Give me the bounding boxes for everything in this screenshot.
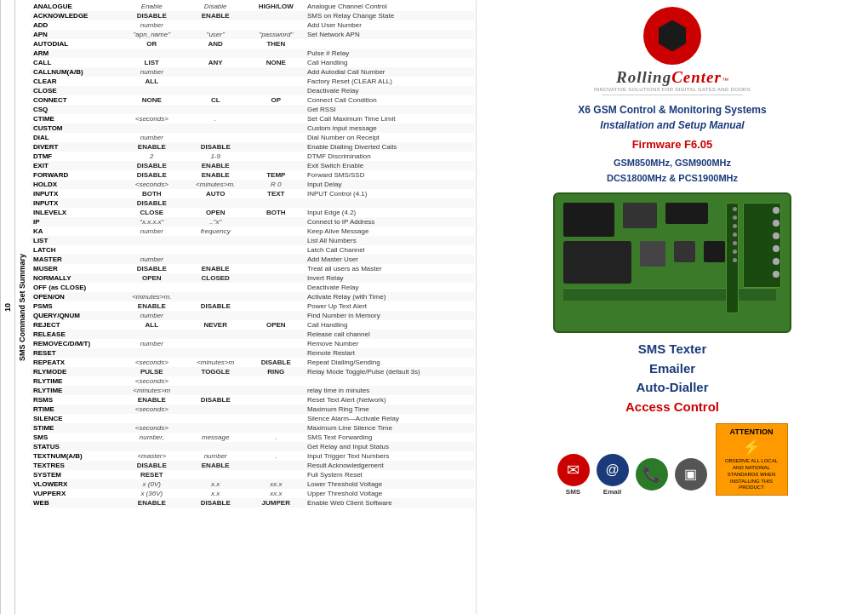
param2-cell: <minutes>m.	[184, 180, 248, 189]
right-panel: Rolling Center ™ INNOVATIVE SOLUTIONS FO…	[477, 0, 868, 614]
attention-body: OBSERVE ALL LOCAL AND NATIONAL STANDARDS…	[720, 458, 784, 491]
param1-cell: ALL	[120, 320, 184, 330]
param1-cell: number	[120, 133, 184, 142]
param2-cell: frequency	[184, 227, 248, 236]
desc-cell: Enable Dialling Diverted Calls	[305, 142, 474, 152]
param1-cell: ENABLE	[120, 395, 184, 405]
cmd-cell: REJECT	[31, 320, 120, 330]
param3-cell	[248, 86, 305, 95]
param2-cell	[184, 423, 248, 433]
table-row: TEXTNUM(A/B)<master>number.Input Trigger…	[31, 451, 474, 461]
bottom-row: ✉ SMS @ Email 📞 ▣ ATTENTION ⚡ OBSERVE	[482, 423, 863, 496]
cmd-cell: ACKNOWLEDGE	[31, 11, 120, 20]
cmd-cell: IP	[31, 217, 120, 227]
param3-cell	[248, 461, 305, 470]
desc-cell: Repeat Dialling/Sending	[305, 358, 474, 367]
param3-cell: THEN	[248, 39, 305, 49]
table-row: OPEN/ON<minutes>m.Activate Relay (with T…	[31, 292, 474, 301]
title-block: X6 GSM Control & Monitoring Systems Inst…	[578, 102, 766, 133]
cmd-cell: RELEASE	[31, 330, 120, 339]
table-row: DIVERTENABLEDISABLEEnable Dialling Diver…	[31, 142, 474, 152]
cmd-cell: CALL	[31, 58, 120, 67]
feature-autodialler: Auto-Dialler	[625, 378, 719, 398]
table-row: RESETRemote Restart	[31, 348, 474, 358]
param1-cell	[120, 283, 184, 292]
param3-cell	[248, 217, 305, 227]
param1-cell: DISABLE	[120, 161, 184, 170]
cmd-cell: WEB	[31, 498, 120, 508]
param2-cell	[184, 123, 248, 133]
desc-cell: Activate Relay (with Time)	[305, 292, 474, 301]
param2-cell	[184, 198, 248, 208]
param3-cell	[248, 273, 305, 283]
param1-cell	[120, 330, 184, 339]
param2-cell: CLOSED	[184, 273, 248, 283]
table-row: RLYTIME<minutes>mrelay time in minutes	[31, 386, 474, 395]
param3-cell	[248, 311, 305, 320]
param3-cell: TEMP	[248, 170, 305, 180]
cmd-cell: INLEVELX	[31, 208, 120, 217]
cmd-cell: INPUTX	[31, 198, 120, 208]
command-table: ANALOGUEEnableDisableHIGH/LOWAnalogue Ch…	[31, 2, 474, 508]
param3-cell	[248, 301, 305, 311]
freq-line1: GSM850MHz, GSM900MHz	[607, 156, 738, 171]
desc-cell: List All Numbers	[305, 236, 474, 245]
param2-cell	[184, 405, 248, 414]
param3-cell	[248, 348, 305, 358]
freq-line2: DCS1800MHz & PCS1900MHz	[607, 171, 738, 186]
param1-cell: <seconds>	[120, 376, 184, 386]
param1-cell: ENABLE	[120, 301, 184, 311]
param3-cell	[248, 114, 305, 123]
logo-rolling: Rolling	[616, 68, 671, 87]
param2-cell	[184, 470, 248, 479]
logo-divider	[602, 95, 743, 95]
param1-cell: <seconds>	[120, 405, 184, 414]
param3-cell	[248, 142, 305, 152]
icons-row: ✉ SMS @ Email 📞 ▣	[557, 454, 707, 496]
param3-cell: HIGH/LOW	[248, 2, 305, 11]
command-table-container: ANALOGUEEnableDisableHIGH/LOWAnalogue Ch…	[29, 0, 476, 614]
desc-cell: Full System Reset	[305, 470, 474, 479]
freq-block: GSM850MHz, GSM900MHz DCS1800MHz & PCS190…	[607, 156, 738, 186]
param1-cell: number	[120, 311, 184, 320]
cmd-cell: TEXTNUM(A/B)	[31, 451, 120, 461]
table-row: ANALOGUEEnableDisableHIGH/LOWAnalogue Ch…	[31, 2, 474, 11]
param3-cell	[248, 161, 305, 170]
desc-cell: Connect Call Condition	[305, 95, 474, 105]
phone-icon: 📞	[636, 458, 668, 491]
param1-cell: "apn_name"	[120, 30, 184, 39]
param2-cell	[184, 311, 248, 320]
param3-cell	[248, 236, 305, 245]
param2-cell	[184, 245, 248, 255]
param1-cell	[120, 236, 184, 245]
table-row: VLOWERXx (0V)x.xxx.xLower Threshold Volt…	[31, 479, 474, 489]
param1-cell: OPEN	[120, 273, 184, 283]
cmd-cell: STIME	[31, 423, 120, 433]
param1-cell: <seconds>	[120, 358, 184, 367]
param3-cell	[248, 77, 305, 86]
param1-cell: <minutes>m.	[120, 292, 184, 301]
logo-text: Rolling Center ™	[616, 68, 728, 87]
desc-cell: Factory Reset (CLEAR ALL)	[305, 77, 474, 86]
desc-cell: Invert Relay	[305, 273, 474, 283]
table-row: TEXTRESDISABLEENABLEResult Acknowledgeme…	[31, 461, 474, 470]
param2-cell: OPEN	[184, 208, 248, 217]
board-image	[553, 192, 791, 333]
param2-cell: ENABLE	[184, 461, 248, 470]
desc-cell: Treat all users as Master	[305, 264, 474, 273]
desc-cell: Release call channel	[305, 330, 474, 339]
param1-cell: ENABLE	[120, 498, 184, 508]
cmd-cell: MUSER	[31, 264, 120, 273]
param1-cell: <seconds>	[120, 180, 184, 189]
desc-cell: relay time in minutes	[305, 386, 474, 395]
table-row: APN"apn_name""user""password"Set Network…	[31, 30, 474, 39]
param3-cell: OPEN	[248, 320, 305, 330]
table-row: VUPPERXx (36V)x.xxx.xUpper Threshold Vol…	[31, 489, 474, 498]
table-row: INLEVELXCLOSEOPENBOTHInput Edge (4.2)	[31, 208, 474, 217]
param1-cell: "x.x.x.x"	[120, 217, 184, 227]
param2-cell: number	[184, 451, 248, 461]
table-row: ACKNOWLEDGEDISABLEENABLESMS on Relay Cha…	[31, 11, 474, 20]
desc-cell: Lower Threshold Voltage	[305, 479, 474, 489]
param3-cell	[248, 11, 305, 20]
param1-cell	[120, 414, 184, 423]
